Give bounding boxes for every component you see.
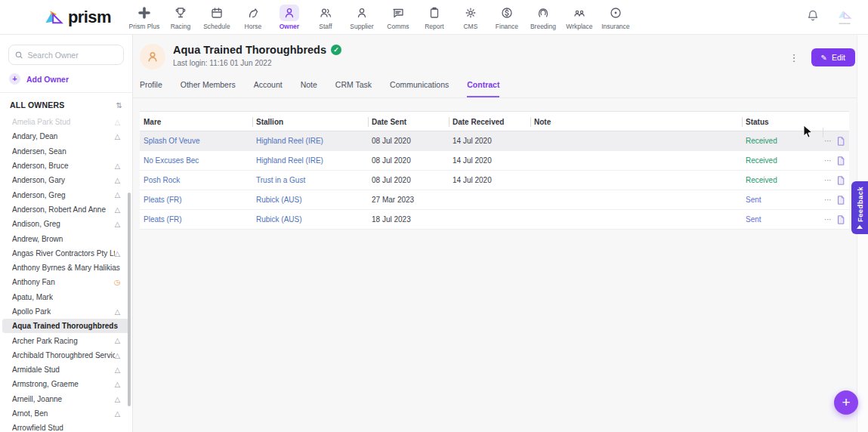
table-row[interactable]: Posh Rock Trust in a Gust 08 Jul 2020 14…	[140, 171, 849, 190]
nav-item-wrkplace[interactable]: Wrkplace	[563, 5, 596, 30]
mare-link[interactable]: Pleats (FR)	[140, 190, 252, 210]
tab-communications[interactable]: Communications	[390, 80, 449, 97]
nav-item-breeding[interactable]: Breeding	[527, 5, 560, 30]
owner-list-item[interactable]: Anderson, Greg △ ◷	[2, 187, 130, 202]
tab-account[interactable]: Account	[254, 80, 283, 97]
mare-link[interactable]: Pleats (FR)	[140, 210, 252, 230]
col-header-note[interactable]: Note	[530, 112, 742, 132]
col-header-date-sent[interactable]: Date Sent	[368, 112, 449, 132]
owner-list-item[interactable]: Andrew, Brown △ ◷	[2, 231, 130, 245]
owner-list-item[interactable]: Archibald Thoroughbred Services △ ◷	[2, 348, 130, 363]
warning-icon: △	[115, 133, 120, 140]
dollar-circle-icon	[497, 5, 517, 21]
search-input[interactable]	[28, 51, 117, 60]
brand-name: prism	[68, 8, 111, 27]
owner-list-item[interactable]: Andison, Greg △ ◷	[2, 217, 130, 231]
mare-link[interactable]: No Excuses Bec	[140, 151, 252, 171]
tab-contract[interactable]: Contract	[467, 80, 499, 97]
nav-item-report[interactable]: Report	[418, 5, 451, 30]
stallion-link[interactable]: Highland Reel (IRE)	[252, 131, 368, 151]
stallion-link[interactable]: Highland Reel (IRE)	[252, 151, 368, 171]
table-row[interactable]: No Excuses Bec Highland Reel (IRE) 08 Ju…	[140, 151, 849, 171]
nav-item-finance[interactable]: Finance	[490, 5, 524, 30]
add-owner-button[interactable]: + Add Owner	[9, 73, 123, 85]
kebab-menu-icon[interactable]: ⋮	[789, 52, 799, 63]
owner-list-item[interactable]: Andary, Dean △ ◷	[2, 129, 130, 143]
owner-name: Anderson, Robert And Anne	[12, 205, 106, 214]
owner-list-item[interactable]: Anthony Byrnes & Mary Halikias Byrnes △ …	[2, 261, 130, 275]
owner-list-item[interactable]: Armstrong, Graeme △ ◷	[2, 377, 130, 391]
nav-item-comms[interactable]: Comms	[381, 5, 415, 30]
col-header-date-received[interactable]: Date Received	[449, 112, 530, 132]
nav-item-insurance[interactable]: Insurance	[599, 5, 632, 30]
owner-list-item[interactable]: Anderson, Gary △ ◷	[2, 173, 130, 187]
mare-link[interactable]: Posh Rock	[140, 171, 252, 190]
table-row[interactable]: Pleats (FR) Rubick (AUS) 18 Jul 2023 Sen…	[140, 210, 849, 230]
nav-item-supplier[interactable]: Supplier	[345, 5, 378, 30]
owner-list-item[interactable]: Andersen, Sean △ ◷	[2, 144, 130, 159]
nav-item-horse[interactable]: Horse	[236, 5, 270, 30]
warning-icon: △	[115, 177, 120, 184]
row-document-icon[interactable]	[837, 215, 845, 224]
list-header-label: ALL OWNERS	[10, 100, 64, 110]
supplier-person-icon	[352, 5, 372, 21]
owner-list-item[interactable]: Anthony Fan △ ◷	[2, 275, 130, 289]
owner-search[interactable]	[8, 45, 124, 65]
feedback-tab[interactable]: Feedback	[851, 181, 868, 234]
row-document-icon[interactable]	[837, 196, 845, 205]
stallion-link[interactable]: Rubick (AUS)	[252, 210, 368, 230]
tab-note[interactable]: Note	[301, 80, 317, 97]
nav-item-owner[interactable]: Owner	[273, 5, 306, 30]
table-row[interactable]: Splash Of Veuve Highland Reel (IRE) 08 J…	[140, 131, 849, 151]
staff-people-icon	[316, 5, 335, 21]
edit-button[interactable]: ✎ Edit	[811, 48, 855, 66]
tab-crm-task[interactable]: CRM Task	[335, 80, 372, 97]
owner-name: Aqua Trained Thoroughbreds	[12, 322, 118, 330]
nav-item-racing[interactable]: Racing	[164, 5, 197, 30]
col-header-stallion[interactable]: Stallion	[252, 112, 368, 132]
mare-link[interactable]: Splash Of Veuve	[140, 131, 252, 151]
sort-icon[interactable]: ⇅	[116, 101, 122, 110]
owner-name: Andary, Dean	[12, 132, 57, 140]
owner-list-item[interactable]: Archer Park Racing △ ◷	[2, 333, 130, 347]
date-received-cell: 14 Jul 2020	[449, 171, 530, 190]
owner-list-item[interactable]: Arneill, Joanne △ ◷	[2, 392, 130, 406]
row-more-icon[interactable]: ⋯	[824, 131, 832, 151]
sidebar-scrollbar[interactable]	[128, 193, 131, 406]
row-document-icon[interactable]	[837, 137, 845, 146]
col-header-mare[interactable]: Mare	[140, 112, 252, 132]
row-more-icon[interactable]: ⋯	[824, 151, 832, 171]
nav-item-staff[interactable]: Staff	[309, 5, 342, 30]
owner-list-item[interactable]: Arrowfield Stud △ ◷	[2, 421, 130, 432]
row-more-icon[interactable]: ⋯	[824, 190, 832, 210]
owner-name: Anthony Fan	[12, 278, 55, 286]
app-logo[interactable]: prism	[0, 8, 128, 27]
row-document-icon[interactable]	[837, 156, 845, 165]
row-more-icon[interactable]: ⋯	[824, 210, 832, 230]
nav-item-schedule[interactable]: Schedule	[200, 5, 233, 30]
owner-list-item[interactable]: Aqua Trained Thoroughbreds △ ◷	[2, 319, 130, 333]
table-row[interactable]: Pleats (FR) Rubick (AUS) 27 Mar 2023 Sen…	[140, 190, 849, 210]
col-header-status[interactable]: Status	[742, 112, 823, 132]
tab-other-members[interactable]: Other Members	[181, 80, 236, 97]
status-badge: Received	[742, 151, 823, 171]
stallion-link[interactable]: Trust in a Gust	[252, 171, 368, 190]
add-floating-button[interactable]: +	[834, 390, 858, 415]
owner-list-item[interactable]: Anderson, Robert And Anne △ ◷	[2, 202, 130, 217]
nav-item-prism-plus[interactable]: Prism Plus	[128, 5, 161, 30]
owner-list-item[interactable]: Apatu, Mark △ ◷	[2, 290, 130, 304]
owner-list-item[interactable]: Apollo Park △ ◷	[2, 304, 130, 319]
owner-list-item[interactable]: Anderson, Bruce △ ◷	[2, 159, 130, 173]
avatar-person-icon	[146, 50, 159, 63]
row-document-icon[interactable]	[837, 176, 845, 185]
tab-profile[interactable]: Profile	[140, 80, 162, 97]
notifications-bell-icon[interactable]	[806, 9, 820, 26]
row-more-icon[interactable]: ⋯	[824, 171, 832, 190]
nav-item-cms[interactable]: CMS	[454, 5, 487, 30]
owner-list-item[interactable]: Amelia Park Stud △ ◷	[2, 115, 130, 129]
owner-list-item[interactable]: Arnot, Ben △ ◷	[2, 406, 130, 421]
owner-avatar	[140, 44, 165, 69]
owner-list-item[interactable]: Angas River Contractors Pty Ltd △ ◷	[2, 246, 130, 261]
owner-list-item[interactable]: Armidale Stud △ ◷	[2, 363, 130, 377]
stallion-link[interactable]: Rubick (AUS)	[252, 190, 368, 210]
